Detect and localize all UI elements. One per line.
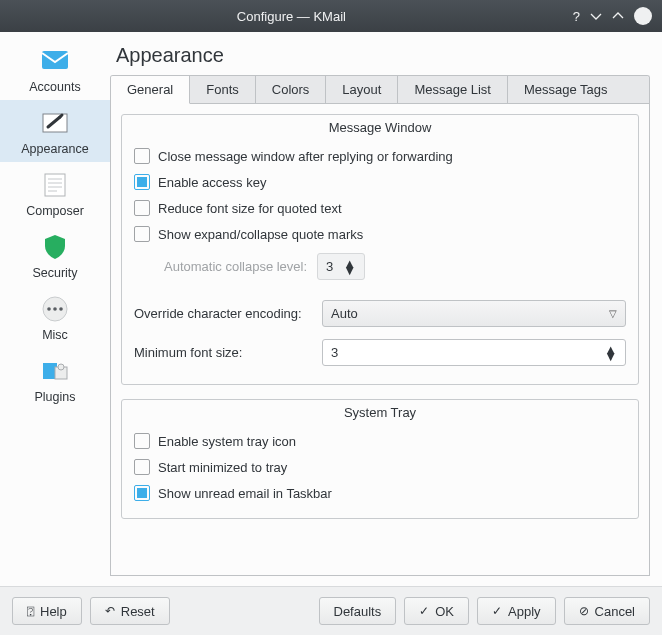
content-area: Appearance General Fonts Colors Layout M… bbox=[110, 32, 662, 586]
combo-value: Auto bbox=[331, 306, 358, 321]
check-icon: ✓ bbox=[419, 604, 429, 618]
spin-buttons[interactable]: ▲▼ bbox=[604, 346, 617, 360]
close-icon[interactable]: ✕ bbox=[634, 7, 652, 25]
sidebar-item-accounts[interactable]: Accounts bbox=[0, 38, 110, 100]
cancel-button[interactable]: ⊘ Cancel bbox=[564, 597, 650, 625]
shield-icon bbox=[38, 232, 72, 262]
checkbox[interactable] bbox=[134, 433, 150, 449]
row-auto-collapse-level: Automatic collapse level: 3 ▲▼ bbox=[134, 247, 626, 284]
check-enable-tray-icon[interactable]: Enable system tray icon bbox=[134, 428, 626, 454]
check-start-minimized[interactable]: Start minimized to tray bbox=[134, 454, 626, 480]
titlebar: Configure — KMail ? ✕ bbox=[0, 0, 662, 32]
checkbox-label: Close message window after replying or f… bbox=[158, 149, 453, 164]
composer-icon bbox=[38, 170, 72, 200]
cancel-icon: ⊘ bbox=[579, 604, 589, 618]
mail-icon bbox=[38, 46, 72, 76]
reset-button[interactable]: ↶ Reset bbox=[90, 597, 170, 625]
defaults-button[interactable]: Defaults bbox=[319, 597, 397, 625]
sidebar-item-misc[interactable]: Misc bbox=[0, 286, 110, 348]
group-title: System Tray bbox=[122, 405, 638, 420]
help-button[interactable]: ⍰ Help bbox=[12, 597, 82, 625]
sidebar-item-label: Plugins bbox=[35, 390, 76, 404]
tab-fonts[interactable]: Fonts bbox=[190, 76, 256, 104]
button-label: Help bbox=[40, 604, 67, 619]
check-close-after-reply[interactable]: Close message window after replying or f… bbox=[134, 143, 626, 169]
window-title: Configure — KMail bbox=[10, 9, 573, 24]
min-font-size-label: Minimum font size: bbox=[134, 345, 314, 360]
appearance-icon bbox=[38, 108, 72, 138]
checkbox-label: Reduce font size for quoted text bbox=[158, 201, 342, 216]
sidebar-item-label: Appearance bbox=[21, 142, 88, 156]
button-label: Apply bbox=[508, 604, 541, 619]
tab-colors[interactable]: Colors bbox=[256, 76, 327, 104]
override-encoding-combo[interactable]: Auto ▽ bbox=[322, 300, 626, 327]
tab-page-general: Message Window Close message window afte… bbox=[110, 104, 650, 576]
checkbox[interactable] bbox=[134, 459, 150, 475]
override-encoding-label: Override character encoding: bbox=[134, 306, 314, 321]
spinbox-value: 3 bbox=[326, 259, 333, 274]
svg-rect-2 bbox=[45, 174, 65, 196]
sidebar-item-label: Security bbox=[32, 266, 77, 280]
check-reduce-font[interactable]: Reduce font size for quoted text bbox=[134, 195, 626, 221]
button-label: OK bbox=[435, 604, 454, 619]
spinbox-value: 3 bbox=[331, 345, 338, 360]
sidebar-item-composer[interactable]: Composer bbox=[0, 162, 110, 224]
auto-collapse-label: Automatic collapse level: bbox=[164, 259, 307, 274]
spin-buttons: ▲▼ bbox=[343, 260, 356, 274]
checkbox-label: Enable system tray icon bbox=[158, 434, 296, 449]
svg-point-8 bbox=[47, 307, 51, 311]
check-icon: ✓ bbox=[492, 604, 502, 618]
page-title: Appearance bbox=[116, 44, 650, 67]
tab-general[interactable]: General bbox=[111, 76, 190, 104]
sidebar-item-label: Composer bbox=[26, 204, 84, 218]
row-min-font-size: Minimum font size: 3 ▲▼ bbox=[134, 333, 626, 372]
button-label: Defaults bbox=[334, 604, 382, 619]
checkbox[interactable] bbox=[134, 226, 150, 242]
plugins-icon bbox=[38, 356, 72, 386]
button-label: Cancel bbox=[595, 604, 635, 619]
check-show-unread-taskbar[interactable]: Show unread email in Taskbar bbox=[134, 480, 626, 506]
check-show-expand-collapse[interactable]: Show expand/collapse quote marks bbox=[134, 221, 626, 247]
svg-point-10 bbox=[59, 307, 63, 311]
dialog-footer: ⍰ Help ↶ Reset Defaults ✓ OK ✓ Apply ⊘ C… bbox=[0, 586, 662, 635]
group-message-window: Message Window Close message window afte… bbox=[121, 114, 639, 385]
maximize-icon[interactable] bbox=[612, 10, 624, 22]
sidebar-item-plugins[interactable]: Plugins bbox=[0, 348, 110, 410]
tab-bar: General Fonts Colors Layout Message List… bbox=[110, 75, 650, 104]
checkbox-label: Show expand/collapse quote marks bbox=[158, 227, 363, 242]
help-icon[interactable]: ? bbox=[573, 9, 580, 24]
dots-icon bbox=[38, 294, 72, 324]
svg-point-13 bbox=[58, 364, 64, 370]
apply-button[interactable]: ✓ Apply bbox=[477, 597, 556, 625]
sidebar-item-security[interactable]: Security bbox=[0, 224, 110, 286]
group-system-tray: System Tray Enable system tray icon Star… bbox=[121, 399, 639, 519]
sidebar-item-label: Misc bbox=[42, 328, 68, 342]
checkbox[interactable] bbox=[134, 485, 150, 501]
chevron-down-icon: ▽ bbox=[609, 308, 617, 319]
checkbox[interactable] bbox=[134, 148, 150, 164]
sidebar: Accounts Appearance Composer Security Mi… bbox=[0, 32, 110, 586]
tab-message-list[interactable]: Message List bbox=[398, 76, 508, 104]
checkbox-label: Enable access key bbox=[158, 175, 266, 190]
ok-button[interactable]: ✓ OK bbox=[404, 597, 469, 625]
auto-collapse-spinbox: 3 ▲▼ bbox=[317, 253, 365, 280]
checkbox-label: Show unread email in Taskbar bbox=[158, 486, 332, 501]
tab-message-tags[interactable]: Message Tags bbox=[508, 76, 649, 104]
min-font-size-spinbox[interactable]: 3 ▲▼ bbox=[322, 339, 626, 366]
check-enable-access-key[interactable]: Enable access key bbox=[134, 169, 626, 195]
sidebar-item-label: Accounts bbox=[29, 80, 80, 94]
svg-rect-0 bbox=[42, 51, 68, 69]
checkbox[interactable] bbox=[134, 200, 150, 216]
row-override-encoding: Override character encoding: Auto ▽ bbox=[134, 294, 626, 333]
checkbox-label: Start minimized to tray bbox=[158, 460, 287, 475]
checkbox[interactable] bbox=[134, 174, 150, 190]
svg-point-9 bbox=[53, 307, 57, 311]
tab-layout[interactable]: Layout bbox=[326, 76, 398, 104]
help-icon: ⍰ bbox=[27, 604, 34, 618]
minimize-icon[interactable] bbox=[590, 10, 602, 22]
group-title: Message Window bbox=[122, 120, 638, 135]
button-label: Reset bbox=[121, 604, 155, 619]
sidebar-item-appearance[interactable]: Appearance bbox=[0, 100, 110, 162]
undo-icon: ↶ bbox=[105, 604, 115, 618]
